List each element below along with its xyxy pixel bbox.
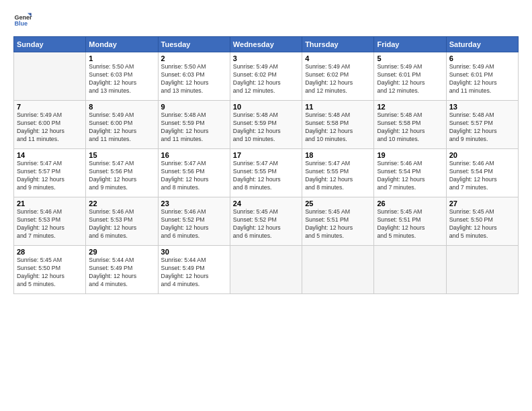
day-number: 30 [161, 248, 227, 256]
calendar-cell: 11Sunrise: 5:48 AM Sunset: 5:58 PM Dayli… [302, 101, 374, 149]
calendar-week-4: 21Sunrise: 5:46 AM Sunset: 5:53 PM Dayli… [14, 197, 519, 246]
calendar-cell: 9Sunrise: 5:48 AM Sunset: 5:59 PM Daylig… [158, 101, 230, 149]
svg-text:Blue: Blue [14, 20, 28, 27]
cell-content: Sunrise: 5:46 AM Sunset: 5:54 PM Dayligh… [449, 160, 515, 192]
calendar-cell: 5Sunrise: 5:49 AM Sunset: 6:01 PM Daylig… [374, 52, 446, 101]
day-number: 9 [161, 103, 227, 111]
calendar-cell: 6Sunrise: 5:49 AM Sunset: 6:01 PM Daylig… [446, 52, 518, 101]
cell-content: Sunrise: 5:50 AM Sunset: 6:03 PM Dayligh… [89, 63, 154, 95]
calendar-cell: 12Sunrise: 5:48 AM Sunset: 5:58 PM Dayli… [374, 101, 446, 149]
calendar-cell: 2Sunrise: 5:50 AM Sunset: 6:03 PM Daylig… [158, 52, 230, 101]
calendar-cell: 27Sunrise: 5:45 AM Sunset: 5:50 PM Dayli… [446, 197, 518, 246]
day-header-monday: Monday [86, 37, 158, 52]
page: General Blue SundayMondayTuesdayWednesda… [0, 0, 532, 411]
day-number: 5 [377, 54, 443, 62]
day-header-saturday: Saturday [446, 37, 518, 52]
cell-content: Sunrise: 5:45 AM Sunset: 5:50 PM Dayligh… [449, 208, 515, 240]
day-header-wednesday: Wednesday [230, 37, 302, 52]
calendar-cell: 8Sunrise: 5:49 AM Sunset: 6:00 PM Daylig… [86, 101, 158, 149]
day-number: 11 [305, 103, 371, 111]
calendar-cell: 4Sunrise: 5:49 AM Sunset: 6:02 PM Daylig… [302, 52, 374, 101]
cell-content: Sunrise: 5:45 AM Sunset: 5:52 PM Dayligh… [233, 208, 299, 240]
cell-content: Sunrise: 5:47 AM Sunset: 5:56 PM Dayligh… [89, 160, 154, 192]
cell-content: Sunrise: 5:47 AM Sunset: 5:55 PM Dayligh… [233, 160, 299, 192]
day-number: 17 [233, 151, 299, 159]
calendar-week-2: 7Sunrise: 5:49 AM Sunset: 6:00 PM Daylig… [14, 101, 519, 149]
calendar-cell: 14Sunrise: 5:47 AM Sunset: 5:57 PM Dayli… [14, 149, 86, 197]
calendar-cell: 29Sunrise: 5:44 AM Sunset: 5:49 PM Dayli… [86, 246, 158, 294]
day-number: 16 [161, 151, 227, 159]
calendar-cell: 1Sunrise: 5:50 AM Sunset: 6:03 PM Daylig… [86, 52, 158, 101]
calendar-cell: 23Sunrise: 5:46 AM Sunset: 5:52 PM Dayli… [158, 197, 230, 246]
day-number: 7 [17, 103, 83, 111]
day-header-sunday: Sunday [14, 37, 86, 52]
day-number: 6 [449, 54, 515, 62]
logo-icon: General Blue [13, 11, 32, 30]
calendar-cell: 19Sunrise: 5:46 AM Sunset: 5:54 PM Dayli… [374, 149, 446, 197]
day-number: 18 [305, 151, 371, 159]
calendar-cell: 18Sunrise: 5:47 AM Sunset: 5:55 PM Dayli… [302, 149, 374, 197]
calendar-cell: 16Sunrise: 5:47 AM Sunset: 5:56 PM Dayli… [158, 149, 230, 197]
calendar-cell: 26Sunrise: 5:45 AM Sunset: 5:51 PM Dayli… [374, 197, 446, 246]
calendar-cell: 22Sunrise: 5:46 AM Sunset: 5:53 PM Dayli… [86, 197, 158, 246]
cell-content: Sunrise: 5:47 AM Sunset: 5:56 PM Dayligh… [161, 160, 227, 192]
day-header-thursday: Thursday [302, 37, 374, 52]
calendar-cell: 10Sunrise: 5:48 AM Sunset: 5:59 PM Dayli… [230, 101, 302, 149]
calendar-cell: 21Sunrise: 5:46 AM Sunset: 5:53 PM Dayli… [14, 197, 86, 246]
day-number: 10 [233, 103, 299, 111]
cell-content: Sunrise: 5:46 AM Sunset: 5:53 PM Dayligh… [17, 208, 83, 240]
day-number: 2 [161, 54, 227, 62]
cell-content: Sunrise: 5:49 AM Sunset: 6:02 PM Dayligh… [233, 63, 299, 95]
day-number: 20 [449, 151, 515, 159]
cell-content: Sunrise: 5:49 AM Sunset: 6:00 PM Dayligh… [17, 111, 83, 144]
cell-content: Sunrise: 5:49 AM Sunset: 6:01 PM Dayligh… [377, 63, 443, 95]
cell-content: Sunrise: 5:45 AM Sunset: 5:51 PM Dayligh… [377, 208, 443, 240]
calendar-cell [14, 52, 86, 101]
calendar-cell: 15Sunrise: 5:47 AM Sunset: 5:56 PM Dayli… [86, 149, 158, 197]
calendar-header-row: SundayMondayTuesdayWednesdayThursdayFrid… [14, 37, 519, 52]
cell-content: Sunrise: 5:46 AM Sunset: 5:53 PM Dayligh… [89, 208, 154, 240]
day-number: 28 [17, 248, 83, 256]
cell-content: Sunrise: 5:50 AM Sunset: 6:03 PM Dayligh… [161, 63, 227, 95]
calendar-cell: 24Sunrise: 5:45 AM Sunset: 5:52 PM Dayli… [230, 197, 302, 246]
cell-content: Sunrise: 5:49 AM Sunset: 6:02 PM Dayligh… [305, 63, 371, 95]
cell-content: Sunrise: 5:46 AM Sunset: 5:54 PM Dayligh… [377, 160, 443, 192]
logo: General Blue [13, 11, 35, 30]
day-number: 4 [305, 54, 371, 62]
calendar-cell: 30Sunrise: 5:44 AM Sunset: 5:49 PM Dayli… [158, 246, 230, 294]
cell-content: Sunrise: 5:48 AM Sunset: 5:59 PM Dayligh… [161, 111, 227, 144]
day-number: 8 [89, 103, 154, 111]
calendar-cell: 25Sunrise: 5:45 AM Sunset: 5:51 PM Dayli… [302, 197, 374, 246]
calendar-week-1: 1Sunrise: 5:50 AM Sunset: 6:03 PM Daylig… [14, 52, 519, 101]
cell-content: Sunrise: 5:49 AM Sunset: 6:00 PM Dayligh… [89, 111, 154, 144]
day-header-tuesday: Tuesday [158, 37, 230, 52]
cell-content: Sunrise: 5:45 AM Sunset: 5:51 PM Dayligh… [305, 208, 371, 240]
calendar-week-3: 14Sunrise: 5:47 AM Sunset: 5:57 PM Dayli… [14, 149, 519, 197]
day-header-friday: Friday [374, 37, 446, 52]
cell-content: Sunrise: 5:49 AM Sunset: 6:01 PM Dayligh… [449, 63, 515, 95]
calendar-cell [374, 246, 446, 294]
calendar-cell: 20Sunrise: 5:46 AM Sunset: 5:54 PM Dayli… [446, 149, 518, 197]
day-number: 24 [233, 199, 299, 208]
calendar-cell [446, 246, 518, 294]
calendar-table: SundayMondayTuesdayWednesdayThursdayFrid… [13, 36, 519, 294]
cell-content: Sunrise: 5:47 AM Sunset: 5:57 PM Dayligh… [17, 160, 83, 192]
day-number: 15 [89, 151, 154, 159]
day-number: 21 [17, 199, 83, 208]
cell-content: Sunrise: 5:45 AM Sunset: 5:50 PM Dayligh… [17, 257, 83, 289]
calendar-cell: 7Sunrise: 5:49 AM Sunset: 6:00 PM Daylig… [14, 101, 86, 149]
cell-content: Sunrise: 5:44 AM Sunset: 5:49 PM Dayligh… [89, 257, 154, 289]
calendar-cell [230, 246, 302, 294]
calendar-cell [302, 246, 374, 294]
day-number: 19 [377, 151, 443, 159]
day-number: 26 [377, 199, 443, 208]
cell-content: Sunrise: 5:48 AM Sunset: 5:58 PM Dayligh… [377, 111, 443, 144]
cell-content: Sunrise: 5:44 AM Sunset: 5:49 PM Dayligh… [161, 257, 227, 289]
calendar-cell: 13Sunrise: 5:48 AM Sunset: 5:57 PM Dayli… [446, 101, 518, 149]
cell-content: Sunrise: 5:46 AM Sunset: 5:52 PM Dayligh… [161, 208, 227, 240]
day-number: 25 [305, 199, 371, 208]
cell-content: Sunrise: 5:48 AM Sunset: 5:59 PM Dayligh… [233, 111, 299, 144]
cell-content: Sunrise: 5:48 AM Sunset: 5:58 PM Dayligh… [305, 111, 371, 144]
day-number: 14 [17, 151, 83, 159]
day-number: 1 [89, 54, 154, 62]
